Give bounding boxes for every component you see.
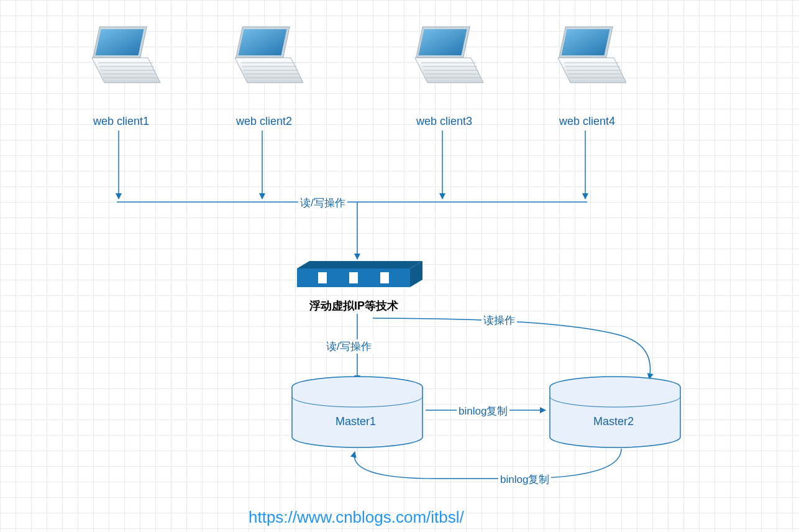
svg-rect-22 [349,272,358,283]
edge-label-sw-m2: 读操作 [482,313,517,328]
edge-label-sw-m1: 读/写操作 [324,339,373,354]
svg-rect-21 [318,272,327,283]
diagram-svg [0,0,799,532]
edge-label-m2-m1: binlog复制 [498,472,551,487]
svg-rect-23 [380,272,389,283]
laptop-2-icon [235,27,303,83]
laptop-1-icon [92,27,160,83]
switch-icon [297,261,422,287]
client2-label: web client2 [230,115,298,128]
db2-label: Master2 [593,415,634,428]
edge-m2-to-m1 [354,449,621,479]
db1-label: Master1 [336,415,376,428]
edge-label-m1-m2: binlog复制 [457,404,509,418]
laptop-3-icon [415,27,483,83]
database-master2-icon [550,377,680,447]
bus-label: 读/写操作 [298,196,347,210]
laptop-4-icon [558,27,626,83]
client4-label: web client4 [553,115,621,128]
client1-label: web client1 [87,115,155,128]
database-master1-icon [292,377,422,447]
source-url: https://www.cnblogs.com/itbsl/ [249,508,464,527]
client3-label: web client3 [410,115,478,128]
switch-label: 浮动虚拟IP等技术 [309,298,398,313]
